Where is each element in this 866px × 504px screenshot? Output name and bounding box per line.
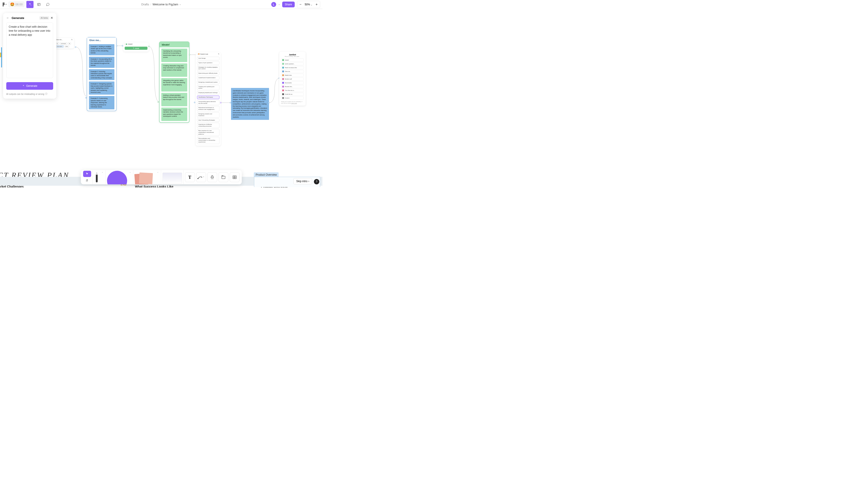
chip[interactable]: le [68, 43, 71, 45]
layout-button[interactable] [35, 1, 43, 8]
skip-intro-button[interactable]: Skip intro› [293, 178, 312, 184]
chevron-down-icon[interactable]: ⌄ [179, 3, 181, 5]
product-overview-tag[interactable]: Product Overview [254, 172, 279, 177]
jambot-item[interactable]: Code this up [281, 93, 304, 96]
ai-sparkle-button[interactable] [26, 1, 34, 8]
chevron-up-icon[interactable]: ⌃ [101, 171, 104, 175]
svg-rect-10 [222, 176, 225, 179]
close-button[interactable]: ✕ [51, 16, 53, 20]
giveme-item[interactable]: Example 4: Designing quizzes that provid… [89, 81, 114, 95]
ideate-item[interactable]: Adding a virtual assistant feature that … [161, 93, 187, 106]
help-button[interactable]: ? [314, 179, 319, 184]
back-icon[interactable]: ‹ [125, 43, 125, 45]
rabbit-item[interactable]: Importance of effective onboarding proce… [197, 123, 219, 128]
toolbar-left: ▾ 🤩 06:00 [2, 1, 52, 8]
text-tool[interactable]: T [185, 172, 195, 182]
giveme-input-card[interactable]: Give me... ↻ le concepts le examples sti… [54, 38, 74, 48]
info-icon[interactable]: ⓘ [45, 92, 47, 95]
rabbit-item[interactable]: Leaderboard Implementation [197, 76, 219, 80]
connector-tool[interactable]: ⌃ [196, 172, 206, 182]
section-tool[interactable] [219, 172, 228, 182]
breadcrumb[interactable]: Drafts / Welcome to FigJam ⌄ [142, 3, 181, 6]
back-icon[interactable]: ‹ [197, 53, 198, 55]
jambot-item[interactable]: Ideate! [281, 58, 304, 61]
jambot-item[interactable]: Teach me about this [281, 66, 304, 69]
timer-widget[interactable]: 🤩 06:00 [8, 1, 25, 7]
learn-more-link[interactable]: Learn more [291, 102, 297, 104]
generate-button[interactable]: Generate [6, 82, 53, 90]
jambot-item[interactable]: Rewrite this... [281, 85, 304, 88]
chip-selected[interactable]: examples [56, 45, 64, 47]
rabbit-item[interactable]: Designing rewards and incentives [197, 112, 219, 118]
stamp-tool[interactable] [207, 172, 217, 182]
breadcrumb-title[interactable]: Welcome to FigJam [153, 3, 178, 6]
jambot-item[interactable]: Custom [281, 96, 304, 100]
giveme-results-card[interactable]: Give me... Example 1: Adding a multiple-… [87, 37, 116, 111]
giveme-item[interactable]: Example 3: Including interactive quizzes… [89, 69, 114, 80]
giveme-item[interactable]: Example 1: Adding a multiple-choice quiz… [89, 44, 114, 55]
jambot-card[interactable]: Jambot Put in a sticky, then pick... Ide… [279, 52, 306, 106]
rabbit-item[interactable]: Personalization and customization in onb… [197, 137, 219, 144]
ideate-input-card[interactable]: ‹ Ideate! ↻ Ideate [123, 43, 149, 51]
ideate-item[interactable]: Integrating mini-games within the tutori… [161, 78, 187, 92]
zoom-out-button[interactable]: − [298, 2, 303, 7]
rabbit-item[interactable]: Incorporating game elements into the tut… [197, 100, 219, 105]
ideate-item[interactable]: Gamifying the onboarding tutorial by inc… [161, 49, 187, 62]
shape-tool[interactable] [107, 171, 127, 184]
chevron-down-icon[interactable]: ⌄ [278, 3, 280, 5]
breadcrumb-drafts[interactable]: Drafts [142, 3, 149, 6]
jambot-item[interactable]: Quick question... [281, 62, 304, 65]
giveme-item[interactable]: Example 5: Customizing quizzes based on … [89, 96, 114, 109]
rabbit-list: Quiz DesignTypes of quiz questionsStrate… [196, 56, 221, 146]
share-button[interactable]: Share [282, 2, 295, 7]
rabbit-item[interactable]: Strategies for creating engaging quiz co… [197, 66, 219, 71]
ideate-item[interactable]: Implementing a branching narrative struc… [161, 107, 187, 121]
sticky-note-tool[interactable] [135, 172, 155, 184]
rabbit-item[interactable]: Quiz Design [197, 57, 219, 60]
gamification-note[interactable]: Gamification techniques involve incorpor… [231, 88, 269, 120]
refresh-icon[interactable]: ↻ [218, 53, 219, 55]
ideate-item[interactable]: Creating interactive drag-and-drop exerc… [161, 64, 187, 77]
refresh-icon[interactable]: ↻ [71, 39, 73, 41]
table-tool[interactable] [230, 172, 240, 182]
select-tool[interactable] [83, 171, 91, 177]
templates-tool[interactable] [163, 173, 182, 184]
chip[interactable]: concepts [60, 43, 67, 45]
canvas-edge-flag[interactable] [0, 53, 1, 57]
jambot-item[interactable]: Summarize [281, 81, 304, 84]
giveme-item[interactable]: Example 2: Incorporating fill-in-the-bla… [89, 57, 114, 68]
pen-tool[interactable] [94, 172, 99, 183]
ideate-results-card[interactable]: Ideate! Gamifying the onboarding tutoria… [159, 42, 189, 123]
jambot-item-icon [282, 78, 284, 80]
rabbit-item[interactable]: Types of quiz questions [197, 61, 219, 65]
rabbit-item[interactable]: Designing a leaderboard system [197, 81, 219, 84]
avatar[interactable]: L [271, 2, 276, 7]
rabbit-item[interactable]: User Onboarding Strategies [197, 118, 219, 122]
figma-menu[interactable]: ▾ [2, 2, 7, 7]
jambot-item[interactable]: Rabbit hole [281, 74, 304, 77]
rabbit-item[interactable]: Determining quiz difficulty levels [197, 72, 219, 75]
rabbit-item[interactable]: Displaying leaderboard rankings [197, 91, 219, 95]
jambot-item[interactable]: Turn this into a... [281, 89, 304, 92]
chip[interactable]: stics [64, 45, 69, 47]
generate-prompt-input[interactable] [6, 22, 53, 78]
jambot-item[interactable]: Similar stuff [281, 78, 304, 81]
rabbit-hole-card[interactable]: ‹ Rabbit hole ↻ Quiz DesignTypes of quiz… [196, 52, 221, 146]
rabbit-item[interactable]: Motivational techniques to enhance user … [197, 106, 219, 111]
ideate-button[interactable]: ↻ Ideate [125, 47, 147, 50]
jambot-item-icon [282, 86, 284, 88]
giveme-card-title: Give me... [87, 37, 116, 43]
chevron-up-icon[interactable]: ⌃ [156, 171, 159, 175]
figma-icon [2, 2, 5, 7]
zoom-value[interactable]: 50% ⌄ [304, 3, 313, 6]
jambot-item[interactable]: Give me... [281, 70, 304, 73]
chevron-up-icon[interactable]: ⌃ [129, 171, 132, 175]
rabbit-item[interactable]: Gamification Techniques [197, 95, 219, 99]
zoom-in-button[interactable]: + [314, 2, 320, 7]
rabbit-item[interactable]: Tracking and updating quiz scores [197, 85, 219, 90]
hand-tool[interactable] [83, 177, 91, 184]
comment-button[interactable] [44, 1, 52, 8]
back-button[interactable]: ← [6, 16, 9, 20]
svg-rect-11 [222, 176, 223, 176]
rabbit-item[interactable]: Best practices for user onboarding in ed… [197, 129, 219, 136]
